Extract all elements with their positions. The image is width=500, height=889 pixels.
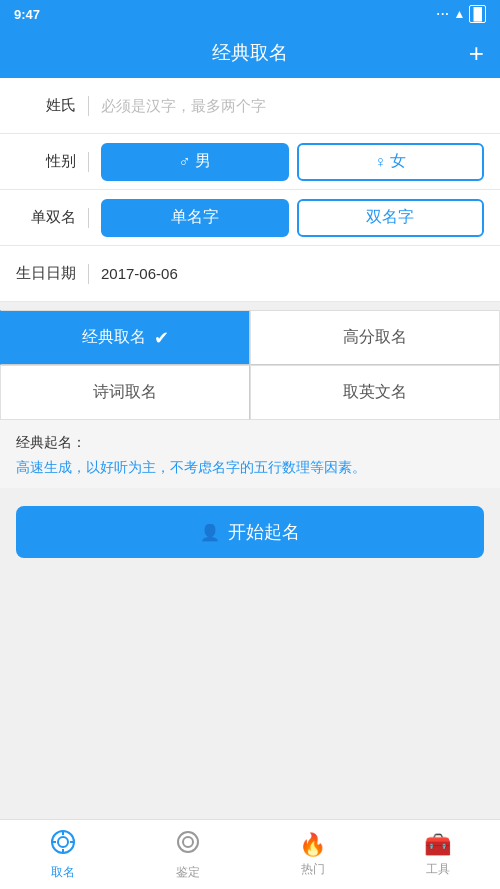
nav-hot-label: 热门 xyxy=(301,861,325,878)
nav-item-appraise[interactable]: 鉴定 xyxy=(125,820,250,889)
birthday-value: 2017-06-06 xyxy=(101,265,484,282)
surname-label: 姓氏 xyxy=(16,96,76,115)
status-bar: 9:47 ··· ▲ █ xyxy=(0,0,500,28)
nav-item-naming[interactable]: 取名 xyxy=(0,820,125,889)
status-icons: ··· ▲ █ xyxy=(437,5,486,23)
single-double-divider xyxy=(88,208,89,228)
desc-body: 高速生成，以好听为主，不考虑名字的五行数理等因素。 xyxy=(16,456,484,478)
nav-appraise-icon xyxy=(175,829,201,861)
status-time: 9:47 xyxy=(14,7,40,22)
nav-hot-icon: 🔥 xyxy=(299,832,326,858)
nav-naming-icon xyxy=(50,829,76,861)
poetry-naming-cell[interactable]: 诗词取名 xyxy=(0,365,250,420)
male-icon: ♂ xyxy=(179,153,191,171)
desc-title: 经典起名： xyxy=(16,434,484,452)
birthday-row[interactable]: 生日日期 2017-06-06 xyxy=(0,246,500,302)
single-name-label: 单名字 xyxy=(171,207,219,228)
svg-point-7 xyxy=(183,837,193,847)
poetry-naming-label: 诗词取名 xyxy=(93,382,157,403)
start-naming-label: 开始起名 xyxy=(228,520,300,544)
start-button-wrap: 👤 开始起名 xyxy=(0,488,500,576)
single-double-row: 单双名 单名字 双名字 xyxy=(0,190,500,246)
male-label: 男 xyxy=(195,151,211,172)
bottom-nav: 取名 鉴定 🔥 热门 🧰 工具 xyxy=(0,819,500,889)
gender-female-button[interactable]: ♀ 女 xyxy=(297,143,485,181)
single-double-label: 单双名 xyxy=(16,208,76,227)
name-type-grid: 经典取名 ✔ 高分取名 诗词取名 取英文名 xyxy=(0,310,500,420)
english-naming-cell[interactable]: 取英文名 xyxy=(250,365,500,420)
nav-item-hot[interactable]: 🔥 热门 xyxy=(250,820,375,889)
description-area: 经典起名： 高速生成，以好听为主，不考虑名字的五行数理等因素。 xyxy=(0,420,500,488)
double-name-label: 双名字 xyxy=(366,207,414,228)
gender-toggle-group: ♂ 男 ♀ 女 xyxy=(101,143,484,181)
surname-row: 姓氏 xyxy=(0,78,500,134)
header-title: 经典取名 xyxy=(212,40,288,66)
gender-row: 性别 ♂ 男 ♀ 女 xyxy=(0,134,500,190)
double-name-button[interactable]: 双名字 xyxy=(297,199,485,237)
gender-label: 性别 xyxy=(16,152,76,171)
svg-point-1 xyxy=(58,837,68,847)
classic-naming-cell[interactable]: 经典取名 ✔ xyxy=(0,310,250,365)
single-double-toggle-group: 单名字 双名字 xyxy=(101,199,484,237)
battery-icon: █ xyxy=(469,5,486,23)
app-header: 经典取名 + xyxy=(0,28,500,78)
gender-male-button[interactable]: ♂ 男 xyxy=(101,143,289,181)
single-name-button[interactable]: 单名字 xyxy=(101,199,289,237)
start-naming-button[interactable]: 👤 开始起名 xyxy=(16,506,484,558)
check-icon: ✔ xyxy=(154,327,169,349)
female-label: 女 xyxy=(390,151,406,172)
highscore-naming-cell[interactable]: 高分取名 xyxy=(250,310,500,365)
svg-point-6 xyxy=(178,832,198,852)
nav-tools-label: 工具 xyxy=(426,861,450,878)
nav-item-tools[interactable]: 🧰 工具 xyxy=(375,820,500,889)
add-button[interactable]: + xyxy=(469,40,484,66)
section-gap-1 xyxy=(0,302,500,310)
wifi-icon: ▲ xyxy=(454,7,466,21)
form-area: 姓氏 性别 ♂ 男 ♀ 女 单双名 单名字 双名字 xyxy=(0,78,500,302)
surname-divider xyxy=(88,96,89,116)
birthday-label: 生日日期 xyxy=(16,264,76,283)
gender-divider xyxy=(88,152,89,172)
classic-naming-label: 经典取名 xyxy=(82,327,146,348)
highscore-naming-label: 高分取名 xyxy=(343,327,407,348)
nav-tools-icon: 🧰 xyxy=(424,832,451,858)
signal-icon: ··· xyxy=(437,7,450,21)
surname-input[interactable] xyxy=(101,97,484,114)
birthday-divider xyxy=(88,264,89,284)
nav-naming-label: 取名 xyxy=(51,864,75,881)
start-person-icon: 👤 xyxy=(200,523,220,542)
female-icon: ♀ xyxy=(374,153,386,171)
nav-appraise-label: 鉴定 xyxy=(176,864,200,881)
english-naming-label: 取英文名 xyxy=(343,382,407,403)
